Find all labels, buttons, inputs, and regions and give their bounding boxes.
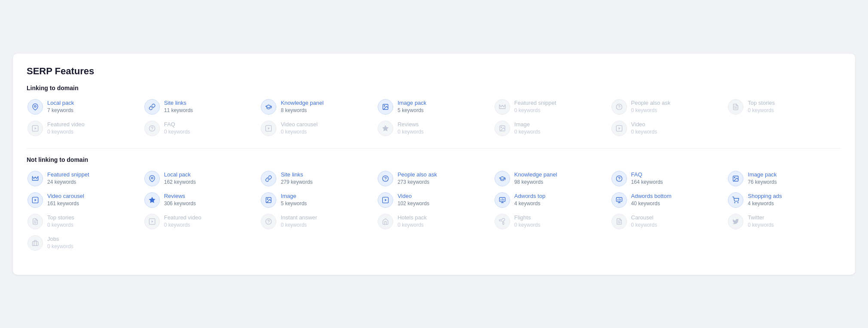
section-linking: Linking to domainLocal pack7 keywordsSit… bbox=[27, 85, 841, 138]
section-not-linking: Not linking to domainFeatured snippet24 … bbox=[27, 156, 841, 252]
feature-item-featured-video[interactable]: Featured video0 keywords bbox=[27, 119, 141, 138]
feature-icon-twitter bbox=[728, 214, 743, 229]
feature-item-local-pack[interactable]: Local pack7 keywords bbox=[27, 97, 141, 116]
feature-count-label: 306 keywords bbox=[164, 200, 196, 207]
feature-item-shopping-ads[interactable]: Shopping ads4 keywords bbox=[727, 191, 841, 210]
svg-point-0 bbox=[34, 105, 36, 107]
feature-item-faq[interactable]: FAQ164 keywords bbox=[611, 169, 725, 188]
feature-name-label: Adwords bottom bbox=[631, 193, 672, 200]
svg-point-15 bbox=[501, 127, 502, 128]
feature-count-label: 0 keywords bbox=[631, 107, 671, 114]
feature-name-label: FAQ bbox=[164, 121, 190, 128]
feature-count-label: 5 keywords bbox=[397, 107, 426, 114]
feature-icon-flights bbox=[495, 214, 510, 229]
feature-name-label: Video bbox=[397, 193, 429, 200]
feature-item-local-pack[interactable]: Local pack162 keywords bbox=[144, 169, 258, 188]
feature-item-video[interactable]: Video102 keywords bbox=[377, 191, 491, 210]
feature-item-instant-answer[interactable]: Instant answer0 keywords bbox=[260, 212, 374, 231]
feature-item-image[interactable]: Image0 keywords bbox=[494, 119, 608, 138]
feature-item-twitter[interactable]: Twitter0 keywords bbox=[727, 212, 841, 231]
feature-name-label: Video carousel bbox=[281, 121, 318, 128]
feature-item-knowledge-panel[interactable]: Knowledge panel8 keywords bbox=[260, 97, 374, 116]
feature-name-label: Featured video bbox=[47, 121, 85, 128]
feature-item-people-also-ask[interactable]: People also ask0 keywords bbox=[611, 97, 725, 116]
feature-name-label: Twitter bbox=[748, 214, 774, 222]
feature-item-top-stories[interactable]: Top stories0 keywords bbox=[27, 212, 141, 231]
feature-count-label: 98 keywords bbox=[514, 179, 557, 186]
feature-count-label: 0 keywords bbox=[397, 128, 424, 136]
feature-icon-featured-video bbox=[28, 121, 43, 136]
feature-icon-featured-video bbox=[144, 214, 160, 229]
feature-count-label: 0 keywords bbox=[281, 128, 318, 136]
feature-count-label: 4 keywords bbox=[748, 200, 782, 207]
page-title: SERP Features bbox=[27, 66, 841, 77]
feature-count-label: 161 keywords bbox=[47, 200, 84, 207]
feature-icon-site-links bbox=[144, 99, 160, 115]
feature-icon-reviews bbox=[378, 121, 393, 136]
feature-item-image[interactable]: Image5 keywords bbox=[260, 191, 374, 210]
feature-item-video-carousel[interactable]: Video carousel0 keywords bbox=[260, 119, 374, 138]
feature-icon-top-stories bbox=[28, 214, 43, 229]
feature-item-empty bbox=[377, 234, 491, 252]
feature-item-adwords-top[interactable]: Adwords top4 keywords bbox=[494, 191, 608, 210]
features-row-not-linking-2: Top stories0 keywordsFeatured video0 key… bbox=[27, 212, 841, 231]
feature-item-flights[interactable]: Flights0 keywords bbox=[494, 212, 608, 231]
features-row-linking-1: Featured video0 keywordsFAQ0 keywordsVid… bbox=[27, 119, 841, 138]
feature-name-label: Featured video bbox=[164, 214, 202, 222]
feature-item-empty bbox=[727, 234, 841, 252]
feature-item-jobs[interactable]: Jobs0 keywords bbox=[27, 234, 141, 252]
feature-icon-video-carousel bbox=[261, 121, 276, 136]
feature-icon-jobs bbox=[28, 235, 43, 251]
feature-count-label: 4 keywords bbox=[514, 200, 545, 207]
feature-item-video-carousel[interactable]: Video carousel161 keywords bbox=[27, 191, 141, 210]
svg-marker-26 bbox=[35, 199, 37, 201]
feature-name-label: Shopping ads bbox=[748, 193, 782, 200]
section-title-linking: Linking to domain bbox=[27, 85, 841, 91]
feature-icon-instant-answer bbox=[261, 214, 276, 229]
feature-item-knowledge-panel[interactable]: Knowledge panel98 keywords bbox=[494, 169, 608, 188]
feature-count-label: 0 keywords bbox=[748, 107, 775, 114]
feature-icon-hotels-pack bbox=[378, 214, 393, 229]
feature-item-featured-video[interactable]: Featured video0 keywords bbox=[144, 212, 258, 231]
feature-name-label: People also ask bbox=[631, 100, 671, 107]
feature-item-featured-snippet[interactable]: Featured snippet24 keywords bbox=[27, 169, 141, 188]
svg-point-2 bbox=[384, 105, 385, 106]
feature-item-hotels-pack[interactable]: Hotels pack0 keywords bbox=[377, 212, 491, 231]
feature-icon-featured-snippet bbox=[495, 99, 510, 115]
feature-item-video[interactable]: Video0 keywords bbox=[611, 119, 725, 138]
feature-name-label: Local pack bbox=[47, 100, 74, 107]
feature-icon-image-pack bbox=[728, 171, 743, 186]
feature-count-label: 0 keywords bbox=[164, 128, 190, 136]
feature-icon-adwords-bottom bbox=[611, 192, 627, 208]
feature-item-reviews[interactable]: Reviews306 keywords bbox=[144, 191, 258, 210]
svg-point-29 bbox=[267, 198, 268, 199]
feature-name-label: Local pack bbox=[164, 171, 196, 179]
feature-count-label: 8 keywords bbox=[281, 107, 324, 114]
feature-count-label: 0 keywords bbox=[281, 222, 317, 229]
feature-icon-video-carousel bbox=[28, 192, 43, 208]
feature-item-carousel[interactable]: Carousel0 keywords bbox=[611, 212, 725, 231]
feature-icon-knowledge-panel bbox=[261, 99, 276, 115]
serp-features-card: SERP Features Linking to domainLocal pac… bbox=[13, 54, 855, 275]
feature-item-top-stories[interactable]: Top stories0 keywords bbox=[727, 97, 841, 116]
svg-marker-13 bbox=[382, 125, 388, 131]
feature-icon-video bbox=[611, 121, 627, 136]
feature-icon-image bbox=[495, 121, 510, 136]
feature-name-label: Adwords top bbox=[514, 193, 545, 200]
feature-item-image-pack[interactable]: Image pack5 keywords bbox=[377, 97, 491, 116]
feature-item-faq[interactable]: FAQ0 keywords bbox=[144, 119, 258, 138]
feature-item-people-also-ask[interactable]: People also ask273 keywords bbox=[377, 169, 491, 188]
feature-count-label: 102 keywords bbox=[397, 200, 429, 207]
feature-item-featured-snippet[interactable]: Featured snippet0 keywords bbox=[494, 97, 608, 116]
feature-item-site-links[interactable]: Site links11 keywords bbox=[144, 97, 258, 116]
feature-name-label: Knowledge panel bbox=[514, 171, 557, 179]
feature-item-image-pack[interactable]: Image pack76 keywords bbox=[727, 169, 841, 188]
feature-icon-faq bbox=[144, 121, 160, 136]
feature-item-site-links[interactable]: Site links279 keywords bbox=[260, 169, 374, 188]
feature-name-label: Featured snippet bbox=[47, 171, 89, 179]
feature-count-label: 0 keywords bbox=[47, 222, 74, 229]
feature-item-adwords-bottom[interactable]: Adwords bottom40 keywords bbox=[611, 191, 725, 210]
feature-item-reviews[interactable]: Reviews0 keywords bbox=[377, 119, 491, 138]
feature-item-empty bbox=[144, 234, 258, 252]
feature-count-label: 7 keywords bbox=[47, 107, 74, 114]
